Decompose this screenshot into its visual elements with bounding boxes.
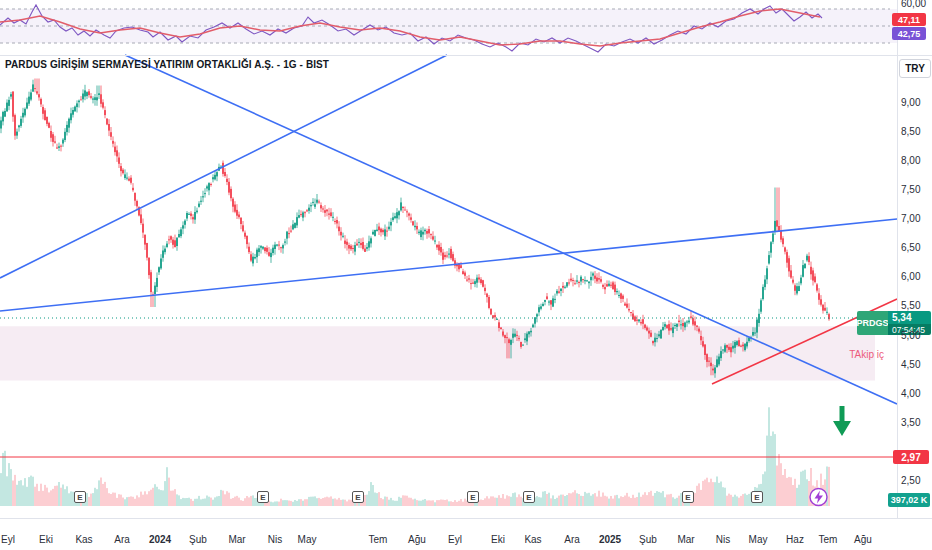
- time-tick: Kas: [524, 534, 541, 545]
- earnings-marker-icon[interactable]: E: [352, 491, 364, 503]
- time-tick: Eki: [491, 534, 505, 545]
- price-tick: 4,00: [901, 388, 920, 399]
- time-tick: Tem: [369, 534, 388, 545]
- earnings-marker-icon[interactable]: E: [74, 491, 86, 503]
- price-tick: 8,00: [901, 155, 920, 166]
- time-tick: Mar: [677, 534, 694, 545]
- down-arrow-annotation: [833, 406, 851, 436]
- earnings-marker-icon[interactable]: E: [467, 491, 479, 503]
- time-tick: 2024: [149, 534, 171, 545]
- price-tick: 2,50: [901, 475, 920, 486]
- earnings-marker-icon[interactable]: E: [523, 491, 535, 503]
- time-tick: Kas: [75, 534, 92, 545]
- time-tick: Eyl: [1, 534, 15, 545]
- time-tick: Şub: [639, 534, 657, 545]
- price-tick: 9,00: [901, 97, 920, 108]
- alert-price-badge: 2,97: [893, 450, 929, 464]
- price-tick: 6,00: [901, 271, 920, 282]
- chart-legend-title[interactable]: PARDUS GİRİŞİM SERMAYESİ YATIRIM ORTAKLI…: [5, 59, 329, 70]
- time-tick: Nis: [716, 534, 730, 545]
- price-tick: 7,00: [901, 213, 920, 224]
- price-tick: 4,50: [901, 359, 920, 370]
- price-tick: 6,50: [901, 242, 920, 253]
- time-tick: 2025: [599, 534, 621, 545]
- time-tick: Haz: [786, 534, 804, 545]
- trading-chart-window: PARDUS GİRİŞİM SERMAYESİ YATIRIM ORTAKLI…: [0, 0, 932, 550]
- earnings-marker-icon[interactable]: E: [751, 491, 763, 503]
- price-tick: 5,50: [901, 300, 920, 311]
- time-tick: Eki: [39, 534, 53, 545]
- currency-toggle-button[interactable]: TRY: [899, 59, 931, 78]
- time-tick: Tem: [819, 534, 838, 545]
- time-tick: Şub: [189, 534, 207, 545]
- time-tick: Ara: [564, 534, 580, 545]
- price-tick: 60,00: [901, 0, 926, 9]
- time-tick: Nis: [268, 534, 282, 545]
- price-tick: 7,50: [901, 184, 920, 195]
- rsi-ma-value-badge: 47,11: [892, 13, 926, 26]
- time-tick: May: [749, 534, 768, 545]
- time-tick: Eyl: [448, 534, 462, 545]
- last-price-value: 5,34: [888, 311, 931, 324]
- flash-event-icon: [810, 489, 827, 506]
- time-tick: Mar: [228, 534, 245, 545]
- time-tick: Ağu: [854, 534, 872, 545]
- symbol-chip: PRDGS: [857, 311, 888, 335]
- ascending-support-steep: [0, 55, 447, 278]
- price-tick: 8,50: [901, 126, 920, 137]
- text-annotation[interactable]: TAkip iç: [828, 349, 884, 360]
- earnings-marker-icon[interactable]: E: [257, 491, 269, 503]
- time-tick: Ağu: [408, 534, 426, 545]
- price-tick: 3,50: [901, 417, 920, 428]
- time-tick: May: [298, 534, 317, 545]
- time-tick: Ara: [114, 534, 130, 545]
- volume-value-badge: 397,02 K: [888, 493, 930, 507]
- rsi-value-badge: 42,75: [892, 27, 926, 40]
- earnings-marker-icon[interactable]: E: [682, 491, 694, 503]
- price-tick: 5,00: [901, 330, 920, 341]
- chart-canvas[interactable]: [0, 0, 932, 550]
